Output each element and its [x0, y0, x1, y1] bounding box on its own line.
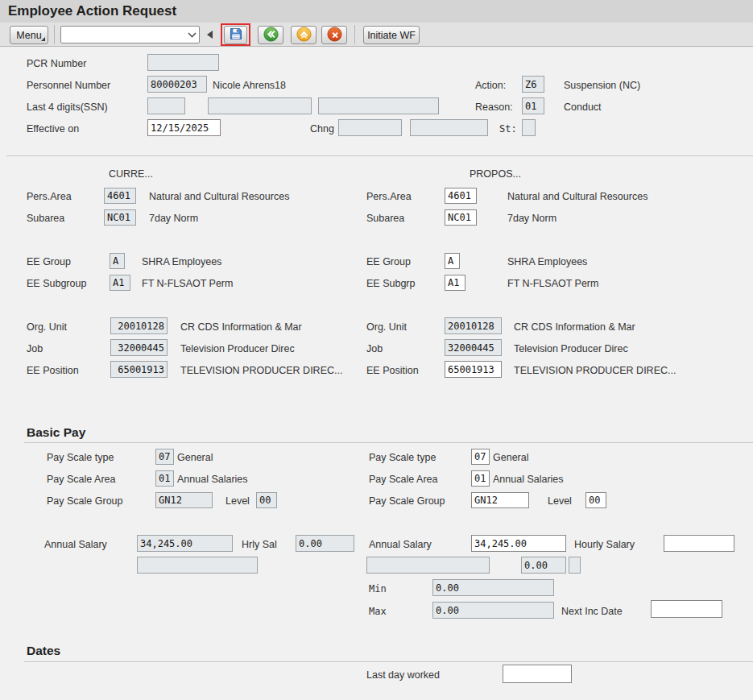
pay-scale-area-field-proposed[interactable]: 01 [471, 470, 490, 487]
reason-text: Conduct [564, 101, 602, 113]
pers-area-field-current[interactable]: 4601 [104, 188, 136, 204]
pcr-number-field[interactable] [147, 54, 219, 71]
menu-button-label: Menu [16, 30, 41, 41]
chevron-down-icon[interactable] [184, 32, 199, 38]
pers-area-label-current: Pers.Area [27, 191, 72, 202]
annual-salary-field-proposed[interactable]: 34,245.00 [471, 535, 566, 552]
transaction-combobox[interactable] [60, 26, 200, 43]
hourly-salary-label-proposed: Hourly Salary [574, 539, 635, 550]
hourly-salary-field-proposed[interactable] [664, 535, 734, 552]
employee-name-text: Nicole Ahrens18 [213, 80, 286, 91]
reason-code-field[interactable]: 01 [522, 97, 544, 114]
ee-group-text-proposed: SHRA Employees [507, 256, 587, 267]
pay-scale-area-field-current[interactable]: 01 [155, 470, 174, 487]
save-button[interactable] [224, 26, 247, 44]
ssn-field-3[interactable] [318, 97, 439, 114]
org-unit-field-proposed[interactable]: 20010128 [445, 317, 502, 334]
ee-group-label-proposed: EE Group [366, 256, 411, 267]
subarea-text-current: 7day Norm [149, 213, 198, 224]
menu-button[interactable]: Menu [10, 26, 48, 44]
pers-area-text-proposed: Natural and Cultural Resources [507, 191, 647, 202]
pay-scale-type-text-current: General [177, 452, 213, 463]
st-field[interactable] [522, 119, 536, 136]
job-label-current: Job [27, 343, 43, 354]
cancel-x-icon [327, 27, 342, 44]
initiate-wf-label: Initiate WF [367, 30, 416, 41]
org-unit-label-current: Org. Unit [27, 321, 67, 333]
level-label-proposed: Level [548, 495, 572, 507]
ee-group-field-current[interactable]: A [110, 253, 125, 269]
cancel-button[interactable] [321, 26, 347, 44]
back-button[interactable] [258, 26, 283, 44]
annual-salary-field-current[interactable]: 34,245.00 [137, 535, 233, 552]
subarea-label-current: Subarea [27, 213, 64, 224]
reason-label: Reason: [475, 101, 513, 113]
level-field-proposed[interactable]: 00 [585, 492, 606, 508]
page-title: Employee Action Request [8, 3, 176, 19]
subarea-field-proposed[interactable]: NC01 [445, 209, 477, 226]
dates-section-title: Dates [27, 644, 60, 658]
ssn-field-2[interactable] [208, 97, 312, 114]
action-label: Action: [475, 80, 506, 91]
pay-scale-area-text-proposed: Annual Salaries [493, 474, 564, 485]
chng-field-1[interactable] [338, 119, 402, 136]
org-unit-text-proposed: CR CDS Information & Mar [514, 321, 635, 333]
effective-on-label: Effective on [27, 123, 79, 135]
chng-label: Chng [310, 123, 334, 135]
exit-button[interactable] [291, 26, 317, 44]
personnel-number-field[interactable]: 80000203 [147, 76, 207, 93]
st-label: St: [499, 123, 517, 135]
last-day-worked-field[interactable] [503, 665, 572, 683]
pay-scale-area-label-current: Pay Scale Area [47, 474, 115, 485]
ee-position-field-current[interactable]: 65001913 [110, 361, 168, 378]
level-field-current[interactable]: 00 [256, 492, 277, 508]
pay-scale-area-label-proposed: Pay Scale Area [369, 474, 437, 485]
pay-scale-type-label-current: Pay Scale type [47, 452, 114, 463]
menu-dropdown-icon [41, 37, 45, 41]
next-inc-date-field[interactable] [651, 600, 722, 618]
ee-position-field-proposed[interactable]: 65001913 [445, 361, 502, 378]
toolbar-separator [354, 25, 355, 44]
subarea-text-proposed: 7day Norm [507, 213, 556, 224]
pay-scale-group-field-proposed[interactable]: GN12 [471, 492, 529, 508]
hourly-salary-field-current[interactable]: 0.00 [296, 535, 354, 552]
salary-amount-field-proposed[interactable]: 0.00 [521, 557, 566, 574]
pay-scale-type-field-proposed[interactable]: 07 [471, 449, 490, 465]
effective-on-field[interactable]: 12/15/2025 [147, 119, 221, 136]
action-code-field[interactable]: Z6 [522, 76, 544, 93]
job-field-current[interactable]: 32000445 [110, 339, 168, 356]
proposed-column-header: PROPOS... [470, 168, 521, 180]
ee-group-field-proposed[interactable]: A [445, 253, 460, 269]
save-floppy-icon [230, 27, 242, 43]
min-field[interactable]: 0.00 [432, 579, 554, 596]
chng-field-2[interactable] [410, 119, 488, 136]
max-label: Max [369, 606, 387, 617]
ee-subgroup-text-proposed: FT N-FLSAOT Perm [507, 278, 598, 289]
up-chevron-icon [296, 27, 312, 44]
org-unit-text-current: CR CDS Information & Mar [180, 321, 302, 333]
org-unit-field-current[interactable]: 20010128 [110, 317, 168, 334]
salary-amount-small-field-proposed[interactable] [569, 557, 581, 574]
pay-scale-area-text-current: Annual Salaries [177, 474, 248, 485]
section-divider [24, 661, 753, 662]
pay-scale-group-label-current: Pay Scale Group [47, 495, 123, 507]
ssn-field-1[interactable] [147, 97, 185, 114]
initiate-wf-button[interactable]: Initiate WF [363, 26, 420, 44]
ee-subgroup-field-proposed[interactable]: A1 [445, 275, 465, 291]
job-field-proposed[interactable]: 32000445 [445, 339, 502, 356]
ee-subgroup-field-current[interactable]: A1 [110, 275, 130, 291]
collapse-left-icon[interactable] [207, 31, 213, 39]
salary-extra-field-current[interactable] [137, 557, 258, 574]
max-field[interactable]: 0.00 [432, 602, 554, 619]
salary-extra-field-proposed[interactable] [366, 557, 490, 574]
subarea-field-current[interactable]: NC01 [104, 209, 136, 226]
job-text-current: Television Producer Direc [180, 343, 295, 354]
pay-scale-type-field-current[interactable]: 07 [155, 449, 174, 465]
next-inc-date-label: Next Inc Date [561, 606, 623, 617]
toolbar: Menu [0, 23, 753, 47]
ssn-label: Last 4 digits(SSN) [27, 101, 108, 113]
pers-area-field-proposed[interactable]: 4601 [445, 188, 477, 204]
annual-salary-label-current: Annual Salary [44, 539, 107, 550]
pay-scale-group-field-current[interactable]: GN12 [155, 492, 213, 508]
org-unit-label-proposed: Org. Unit [366, 321, 407, 333]
